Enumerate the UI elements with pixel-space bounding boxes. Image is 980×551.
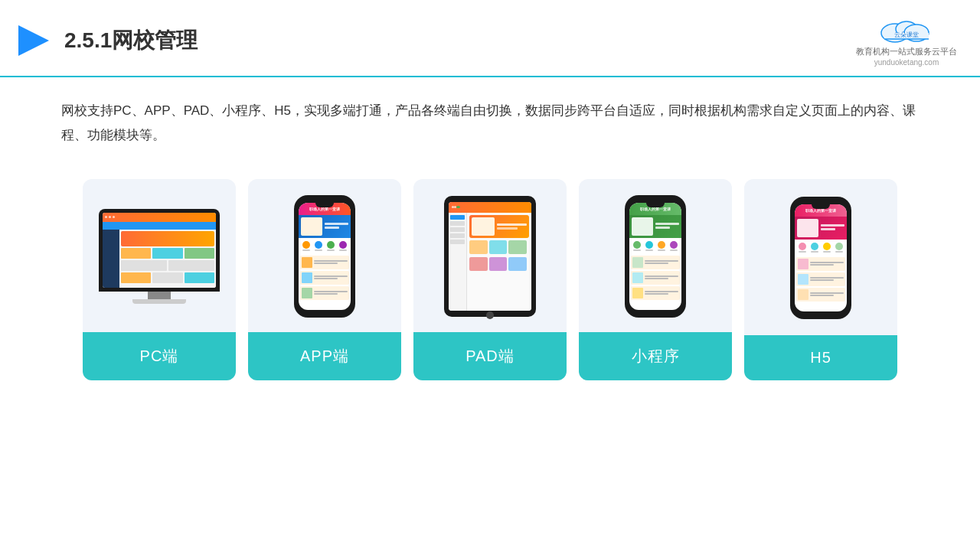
h5-image-area: 职场人的第一堂课 [744,179,897,335]
header-left: 2.5.1网校管理 [15,22,198,59]
page-title: 2.5.1网校管理 [64,26,198,55]
pad-device [444,196,536,317]
svg-marker-0 [18,25,49,56]
play-icon [15,22,52,59]
app-device: 职场人的第一堂课 [294,195,355,318]
pad-image-area [413,179,567,332]
miniapp-image-area: 职场人的第一堂课 [579,179,732,332]
pc-image-area [83,179,236,332]
card-app-label: APP端 [248,332,401,380]
description-text: 网校支持PC、APP、PAD、小程序、H5，实现多端打通，产品各终端自由切换，数… [0,77,980,156]
app-image-area: 职场人的第一堂课 [248,179,401,332]
card-h5: 职场人的第一堂课 [744,179,897,380]
card-miniapp-label: 小程序 [579,332,732,380]
pc-device [99,209,220,304]
logo-tagline: 教育机构一站式服务云平台 yunduoketang.com [856,46,957,67]
cards-container: PC端 职场人的第一堂课 [0,156,980,403]
card-pad-label: PAD端 [413,332,567,380]
card-miniapp: 职场人的第一堂课 [579,179,732,380]
card-pad: PAD端 [413,179,567,380]
h5-device: 职场人的第一堂课 [790,197,851,319]
card-pc-label: PC端 [83,332,236,380]
card-pc: PC端 [83,179,236,380]
svg-text:云朵课堂: 云朵课堂 [894,31,919,38]
miniapp-device: 职场人的第一堂课 [625,195,686,318]
card-app: 职场人的第一堂课 [248,179,401,380]
header: 2.5.1网校管理 云朵课堂 教育机构一站式服务云平台 yunduoketang… [0,0,980,77]
logo-area: 云朵课堂 教育机构一站式服务云平台 yunduoketang.com [856,14,957,67]
card-h5-label: H5 [744,335,897,380]
logo-icon: 云朵课堂 [872,14,941,44]
